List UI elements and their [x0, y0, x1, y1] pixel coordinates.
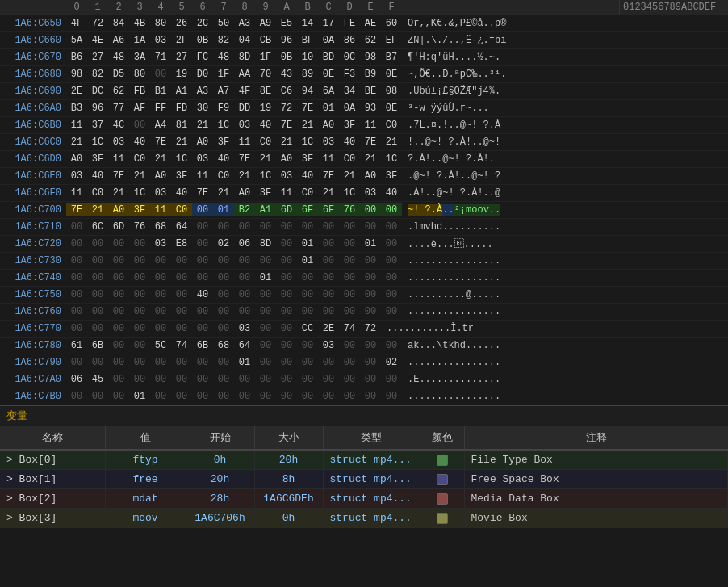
hex-byte[interactable]: C0 — [297, 187, 318, 199]
hex-byte[interactable]: 86 — [339, 34, 360, 47]
hex-byte[interactable]: 00 — [339, 373, 360, 386]
hex-byte[interactable]: 00 — [213, 322, 234, 335]
hex-byte[interactable]: 00 — [360, 390, 381, 403]
hex-row[interactable]: 1A6:C6A0B39677AFFFFD30F9DD19727E010A930E… — [0, 100, 728, 117]
hex-byte[interactable]: 00 — [108, 373, 129, 386]
hex-byte[interactable]: 00 — [108, 288, 129, 301]
hex-byte[interactable]: 11 — [318, 153, 339, 166]
hex-byte[interactable]: 00 — [318, 305, 339, 318]
hex-byte[interactable]: 03 — [150, 187, 171, 199]
hex-byte[interactable]: 00 — [360, 356, 381, 369]
hex-byte[interactable]: 1C — [255, 170, 276, 182]
hex-byte[interactable]: 00 — [87, 356, 108, 369]
hex-byte[interactable]: 00 — [318, 220, 339, 233]
hex-byte[interactable]: 3F — [339, 119, 360, 132]
hex-byte[interactable]: 00 — [171, 288, 192, 301]
hex-byte[interactable]: 40 — [255, 119, 276, 132]
hex-byte[interactable]: 00 — [66, 237, 87, 250]
hex-byte[interactable]: 00 — [213, 356, 234, 369]
hex-byte[interactable]: 82 — [213, 34, 234, 47]
hex-byte[interactable]: 00 — [171, 322, 192, 335]
hex-byte[interactable]: 00 — [234, 271, 255, 284]
hex-byte[interactable]: 04 — [234, 34, 255, 47]
hex-byte[interactable]: 00 — [192, 356, 213, 369]
hex-byte[interactable]: BF — [297, 34, 318, 47]
hex-byte[interactable]: 00 — [318, 271, 339, 284]
hex-byte[interactable]: 00 — [129, 271, 150, 284]
hex-byte[interactable]: 00 — [150, 305, 171, 318]
hex-byte[interactable]: 00 — [129, 254, 150, 267]
hex-byte[interactable]: 7E — [66, 203, 87, 216]
hex-byte[interactable]: 00 — [381, 220, 402, 233]
hex-byte[interactable]: 00 — [213, 271, 234, 284]
hex-byte[interactable]: 00 — [213, 254, 234, 267]
hex-byte[interactable]: B6 — [66, 51, 87, 64]
hex-row[interactable]: 1A6:C7A006450000000000000000000000000000… — [0, 371, 728, 388]
hex-byte[interactable]: 00 — [360, 203, 381, 216]
table-row[interactable]: > Box[2]mdat28h1A6C6DEhstruct mp4...Medi… — [0, 489, 728, 509]
hex-byte[interactable]: 94 — [297, 85, 318, 98]
hex-byte[interactable]: 00 — [339, 220, 360, 233]
hex-byte[interactable]: 00 — [255, 339, 276, 352]
hex-byte[interactable]: 26 — [171, 17, 192, 30]
hex-byte[interactable]: 64 — [171, 220, 192, 233]
hex-byte[interactable]: 03 — [276, 170, 297, 182]
hex-byte[interactable]: 01 — [297, 237, 318, 250]
hex-byte[interactable]: 4C — [108, 119, 129, 132]
hex-byte[interactable]: 00 — [255, 373, 276, 386]
hex-byte[interactable]: 00 — [276, 356, 297, 369]
hex-byte[interactable]: 03 — [234, 322, 255, 335]
hex-byte[interactable]: C0 — [213, 170, 234, 182]
hex-byte[interactable]: 11 — [150, 203, 171, 216]
hex-byte[interactable]: 00 — [339, 237, 360, 250]
hex-byte[interactable]: 3A — [129, 51, 150, 64]
hex-byte[interactable]: A3 — [234, 17, 255, 30]
hex-byte[interactable]: 00 — [150, 373, 171, 386]
hex-byte[interactable]: 11 — [360, 119, 381, 132]
hex-byte[interactable]: 00 — [192, 237, 213, 250]
hex-byte[interactable]: 14 — [297, 17, 318, 30]
hex-byte[interactable]: 1C — [87, 136, 108, 149]
hex-byte[interactable]: CB — [255, 34, 276, 47]
hex-byte[interactable]: 00 — [381, 339, 402, 352]
hex-byte[interactable]: 00 — [213, 220, 234, 233]
hex-byte[interactable]: 1C — [381, 153, 402, 166]
hex-byte[interactable]: 21 — [339, 170, 360, 182]
hex-byte[interactable]: 00 — [150, 356, 171, 369]
hex-byte[interactable]: 1C — [213, 119, 234, 132]
hex-byte[interactable]: 62 — [108, 85, 129, 98]
hex-byte[interactable]: 00 — [318, 390, 339, 403]
hex-byte[interactable]: 00 — [318, 356, 339, 369]
hex-row[interactable]: 1A6:C7007E21A03F11C00001B2A16D6F6F760000… — [0, 202, 728, 219]
hex-byte[interactable]: 00 — [66, 305, 87, 318]
hex-byte[interactable]: 00 — [381, 254, 402, 267]
hex-byte[interactable]: 40 — [381, 187, 402, 199]
hex-byte[interactable]: A0 — [234, 187, 255, 199]
hex-byte[interactable]: 00 — [276, 373, 297, 386]
hex-byte[interactable]: 89 — [297, 68, 318, 81]
hex-byte[interactable]: 8D — [234, 51, 255, 64]
hex-byte[interactable]: 00 — [234, 390, 255, 403]
hex-byte[interactable]: 03 — [234, 119, 255, 132]
hex-byte[interactable]: 03 — [108, 136, 129, 149]
hex-byte[interactable]: A0 — [360, 170, 381, 182]
hex-byte[interactable]: 21 — [318, 187, 339, 199]
hex-byte[interactable]: 00 — [234, 288, 255, 301]
hex-byte[interactable]: 84 — [108, 17, 129, 30]
hex-byte[interactable]: A4 — [150, 119, 171, 132]
hex-byte[interactable]: 00 — [129, 305, 150, 318]
hex-byte[interactable]: 4E — [87, 34, 108, 47]
hex-byte[interactable]: E8 — [171, 237, 192, 250]
hex-byte[interactable]: B7 — [381, 51, 402, 64]
hex-byte[interactable]: 6D — [276, 203, 297, 216]
hex-byte[interactable]: 37 — [87, 119, 108, 132]
hex-byte[interactable]: 64 — [234, 339, 255, 352]
hex-byte[interactable]: 21 — [276, 136, 297, 149]
hex-byte[interactable]: 11 — [66, 187, 87, 199]
hex-byte[interactable]: FC — [192, 51, 213, 64]
hex-byte[interactable]: 34 — [339, 85, 360, 98]
hex-byte[interactable]: 71 — [150, 51, 171, 64]
hex-byte[interactable]: 00 — [87, 322, 108, 335]
hex-row[interactable]: 1A6:C74000000000000000000001000000000000… — [0, 270, 728, 287]
hex-byte[interactable]: FE — [339, 17, 360, 30]
